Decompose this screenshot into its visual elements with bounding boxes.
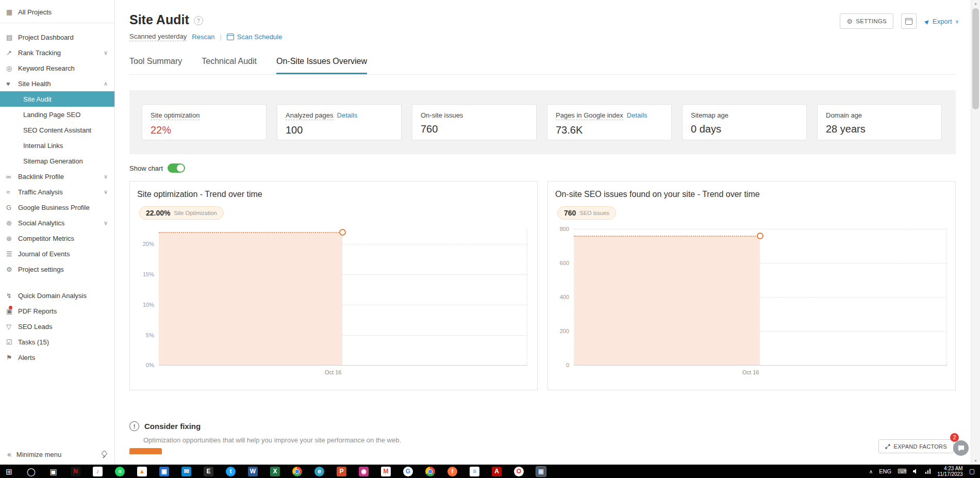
sidebar-item-sitemap-generation[interactable]: Sitemap Generation bbox=[0, 153, 114, 169]
sidebar-item-google-business-profile[interactable]: G Google Business Profile bbox=[0, 200, 114, 215]
netflix-icon[interactable]: N bbox=[71, 467, 80, 476]
sidebar-item-backlink-profile[interactable]: ∞ Backlink Profile ∨ bbox=[0, 169, 114, 184]
epic-games-icon[interactable]: E bbox=[204, 467, 213, 476]
show-chart-label: Show chart bbox=[129, 164, 163, 172]
data-point-marker[interactable] bbox=[339, 229, 346, 236]
photos-icon[interactable]: ▣ bbox=[159, 467, 169, 476]
gmail-icon[interactable]: M bbox=[381, 467, 391, 476]
sidebar-item-keyword-research[interactable]: ◎ Keyword Research bbox=[0, 60, 114, 76]
pin-icon[interactable] bbox=[101, 451, 107, 458]
touch-keyboard-icon[interactable]: ⌨ bbox=[898, 468, 906, 475]
powerpoint-icon[interactable]: P bbox=[337, 467, 346, 476]
start-icon[interactable]: ⊞ bbox=[4, 467, 14, 476]
sidebar-item-site-audit[interactable]: Site Audit bbox=[0, 91, 114, 107]
sidebar-item-all-projects[interactable]: ▦ All Projects bbox=[0, 3, 114, 21]
details-link[interactable]: Details bbox=[627, 111, 647, 119]
export-send-icon: ▶ bbox=[923, 18, 931, 25]
sidebar-item-seo-content-assistant[interactable]: SEO Content Assistant bbox=[0, 122, 114, 138]
excel-icon[interactable]: X bbox=[270, 467, 280, 476]
twitter-icon[interactable]: t bbox=[226, 467, 236, 476]
show-chart-toggle[interactable] bbox=[168, 163, 185, 173]
tab-on-site-issues-overview[interactable]: On-Site Issues Overview bbox=[276, 57, 367, 74]
chrome-icon[interactable] bbox=[292, 467, 302, 476]
stat-value: 28 years bbox=[826, 123, 933, 135]
opera-icon[interactable]: O bbox=[514, 467, 524, 476]
sidebar-item-site-health[interactable]: ♥ Site Health ∧ bbox=[0, 76, 114, 91]
chevron-down-icon: ∨ bbox=[104, 189, 108, 195]
sidebar-item-alerts[interactable]: ⚑ Alerts bbox=[0, 350, 114, 365]
vertical-scrollbar[interactable]: ▲ ▼ bbox=[971, 0, 980, 465]
schedule-calendar-button[interactable] bbox=[901, 13, 917, 29]
search-icon[interactable]: ◯ bbox=[26, 467, 36, 476]
sidebar-item-landing-page-seo[interactable]: Landing Page SEO bbox=[0, 107, 114, 122]
time: 4:23 AM bbox=[937, 466, 962, 471]
sidebar-item-competitor-metrics[interactable]: ⊛ Competitor Metrics bbox=[0, 230, 114, 246]
sidebar-item-label: SEO Leads bbox=[18, 323, 53, 331]
clock[interactable]: 4:23 AM 11/17/2023 bbox=[937, 466, 962, 477]
calendar-icon bbox=[227, 34, 234, 40]
minimize-menu[interactable]: Minimize menu bbox=[16, 451, 61, 458]
action-center-icon[interactable]: ▢ bbox=[969, 468, 975, 475]
network-icon[interactable] bbox=[925, 468, 931, 474]
edge-icon[interactable]: e bbox=[314, 467, 324, 476]
sidebar-item-tasks[interactable]: ☑ Tasks (15) bbox=[0, 334, 114, 350]
consider-fixing-section: ! Consider fixing Optimization opportuni… bbox=[129, 421, 956, 444]
cut-off-orange-element bbox=[129, 448, 162, 454]
scroll-down-arrow[interactable]: ▼ bbox=[971, 457, 980, 465]
vlc-icon[interactable]: ▲ bbox=[137, 467, 147, 476]
sidebar-item-label: Project settings bbox=[18, 266, 64, 273]
export-button[interactable]: ▶ Export ∨ bbox=[924, 18, 959, 25]
sidebar-item-seo-leads[interactable]: ▽ SEO Leads bbox=[0, 319, 114, 334]
word-icon[interactable]: W bbox=[248, 467, 258, 476]
collapse-icon[interactable]: « bbox=[7, 450, 11, 458]
sidebar-item-project-dashboard[interactable]: ▤ Project Dashboard bbox=[0, 29, 114, 45]
sidebar-item-journal-of-events[interactable]: ☰ Journal of Events bbox=[0, 246, 114, 261]
sidebar-item-internal-links[interactable]: Internal Links bbox=[0, 138, 114, 153]
spotify-icon[interactable]: ≡ bbox=[115, 467, 125, 476]
speaker-icon[interactable] bbox=[912, 468, 919, 474]
expand-factors-button[interactable]: EXPAND FACTORS bbox=[878, 439, 954, 453]
sidebar-item-rank-tracking[interactable]: ↗ Rank Tracking ∨ bbox=[0, 45, 114, 60]
sidebar-item-pdf-reports[interactable]: ▣ PDF Reports bbox=[0, 303, 114, 319]
language-indicator[interactable]: ENG bbox=[879, 468, 891, 474]
data-point-marker[interactable] bbox=[757, 233, 763, 239]
firefox-icon[interactable]: f bbox=[447, 467, 457, 476]
notes-icon[interactable]: ≡ bbox=[470, 467, 479, 476]
tab-technical-audit[interactable]: Technical Audit bbox=[202, 57, 257, 74]
sidebar-item-quick-domain-analysis[interactable]: ↯ Quick Domain Analysis bbox=[0, 288, 114, 303]
y-tick-label: 800 bbox=[560, 226, 569, 232]
chat-widget-button[interactable] bbox=[953, 440, 969, 456]
sidebar-item-social-analytics[interactable]: ⊚ Social Analytics ∨ bbox=[0, 215, 114, 230]
scan-schedule-link[interactable]: Scan Schedule bbox=[227, 33, 282, 41]
warning-icon: ! bbox=[129, 421, 139, 431]
scroll-up-arrow[interactable]: ▲ bbox=[971, 0, 980, 7]
instagram-icon[interactable]: ◉ bbox=[359, 467, 369, 476]
active-window-icon[interactable]: ▣ bbox=[536, 467, 546, 476]
sidebar-item-project-settings[interactable]: ⚙ Project settings bbox=[0, 261, 114, 277]
scrollbar-thumb[interactable] bbox=[972, 8, 979, 109]
details-link[interactable]: Details bbox=[337, 111, 358, 119]
notification-dot bbox=[9, 306, 12, 309]
chrome-icon[interactable] bbox=[425, 467, 435, 476]
rescan-link[interactable]: Rescan bbox=[192, 33, 214, 41]
main-content: Site Audit ? ⚙ SETTINGS ▶ Export ∨ Scan bbox=[114, 0, 971, 465]
mail-icon[interactable]: ✉ bbox=[181, 467, 191, 476]
sidebar-item-traffic-analysis[interactable]: ≈ Traffic Analysis ∨ bbox=[0, 184, 114, 200]
series-line bbox=[574, 236, 760, 237]
y-tick-label: 20% bbox=[143, 241, 154, 247]
settings-button[interactable]: ⚙ SETTINGS bbox=[840, 13, 893, 29]
sidebar-footer: « Minimize menu bbox=[0, 446, 114, 463]
google-icon[interactable]: G bbox=[403, 467, 413, 476]
help-icon[interactable]: ? bbox=[194, 16, 203, 25]
sidebar-item-label: Keyword Research bbox=[18, 64, 75, 72]
sidebar-item-label: Sitemap Generation bbox=[23, 157, 83, 165]
tab-tool-summary[interactable]: Tool Summary bbox=[129, 57, 182, 74]
acrobat-icon[interactable]: A bbox=[492, 467, 502, 476]
tab-bar: Tool Summary Technical Audit On-Site Iss… bbox=[129, 57, 956, 75]
task-view-icon[interactable]: ▣ bbox=[48, 467, 58, 476]
tray-chevron-icon[interactable]: ∧ bbox=[869, 469, 873, 474]
chart-title: Site optimization - Trend over time bbox=[137, 190, 537, 199]
y-tick-label: 5% bbox=[146, 332, 154, 338]
music-icon[interactable]: ♪ bbox=[93, 467, 103, 476]
scan-schedule-label: Scan Schedule bbox=[237, 33, 282, 41]
